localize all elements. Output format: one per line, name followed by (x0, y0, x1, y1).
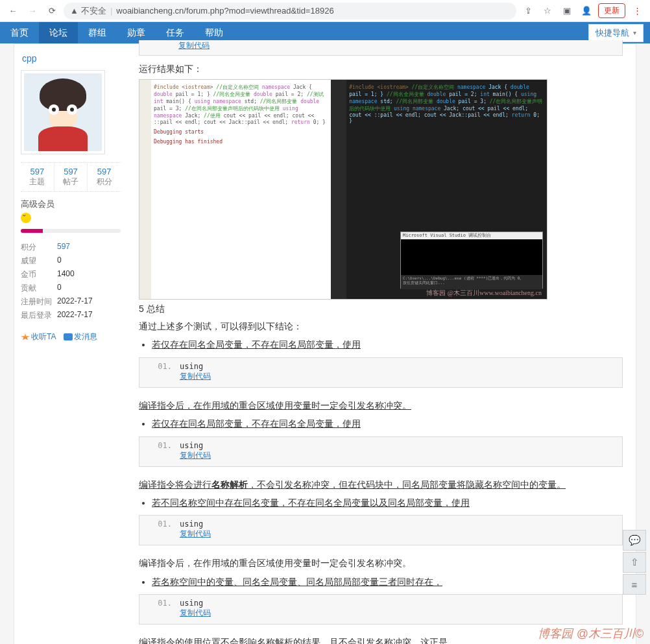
copy-code-link[interactable]: 复制代码 (180, 372, 211, 381)
insecure-label: 不安全 (81, 5, 106, 17)
code-block-2: 01. using 复制代码 (139, 436, 623, 467)
feedback-button[interactable]: 💬 (623, 530, 646, 551)
code-block-3: 01. using 复制代码 (139, 515, 623, 545)
copy-code-link[interactable]: 复制代码 (178, 41, 210, 50)
info-prestige: 0 (57, 256, 62, 267)
copy-code-link[interactable]: 复制代码 (180, 608, 211, 617)
update-button[interactable]: 更新 (598, 3, 625, 18)
bullet-3: 若不同名称空间中存在同名变量，不存在同名全局变量以及同名局部变量，使用 (152, 495, 623, 510)
floating-toolbar: 💬 ⇧ ≡ (623, 530, 646, 596)
post-body: 复制代码 运行结果如下： #include <iostream> //自定义名称… (127, 44, 636, 644)
debug-console: Microsoft Visual Studio 调试控制台 C:\Users\.… (400, 232, 543, 289)
info-contrib: 0 (57, 283, 62, 294)
follow-link[interactable]: 收听TA (21, 332, 56, 341)
panel-icon[interactable]: ▣ (559, 3, 575, 19)
browser-toolbar: ← → ⟳ ▲ 不安全 | woaibiancheng.cn/forum.php… (0, 0, 650, 22)
star-icon (21, 333, 30, 340)
forward-button[interactable]: → (25, 3, 40, 19)
console-title: Microsoft Visual Studio 调试控制台 (401, 232, 542, 239)
rank-progress (21, 229, 121, 233)
result-screenshot: #include <iostream> //自定义名称空间 namespace … (139, 79, 548, 300)
info-gold: 1400 (57, 269, 75, 280)
scroll-top-button[interactable]: ⇧ (623, 552, 646, 573)
nav-home[interactable]: 首页 (0, 22, 39, 43)
rank-icon (21, 213, 31, 223)
bookmark-icon[interactable]: ☆ (540, 3, 555, 19)
code-block-1: 01. using 复制代码 (139, 357, 623, 388)
bullet-4: 若名称空间中的变量、同名全局变量、同名局部局部变量三者同时存在， (152, 575, 623, 589)
insecure-warning: ▲ 不安全 (70, 5, 106, 17)
line-number: 01. (139, 358, 172, 387)
prev-code-tail: 复制代码 (139, 40, 623, 56)
stat-topics[interactable]: 597主题 (21, 163, 54, 191)
author-username[interactable]: cpp (21, 51, 121, 70)
page-watermark: 博客园 @木三百川© (538, 626, 644, 641)
bullet-2: 若仅存在同名局部变量，不存在同名全局变量，使用 (152, 416, 623, 431)
envelope-icon (64, 333, 73, 340)
profile-icon[interactable]: 👤 (579, 3, 594, 19)
reload-button[interactable]: ⟳ (44, 3, 60, 19)
para-3: 编译指令后，在作用域的重合区域使用变量时一定会引发名称冲突。 (139, 556, 623, 570)
menu-icon[interactable]: ⋮ (629, 3, 645, 19)
para-2: 编译指令将会进行名称解析，不会引发名称冲突，但在代码块中，同名局部变量将隐藏名称… (139, 477, 623, 492)
share-icon[interactable]: ⇪ (520, 3, 536, 19)
user-sidebar: cpp 597主题 597帖子 597积分 高级会员 积分597 威望0 金币1… (14, 44, 127, 644)
back-button[interactable]: ← (5, 3, 21, 19)
code-block-4: 01. using 复制代码 (139, 594, 623, 625)
image-watermark: 博客园 @木三百川www.woaibiancheng.cn (426, 289, 542, 298)
quick-nav-dropdown[interactable]: 快捷导航 (588, 24, 644, 42)
result-heading: 运行结果如下： (139, 64, 623, 75)
nav-forum[interactable]: 论坛 (39, 22, 78, 43)
url-text: woaibiancheng.cn/forum.php?mod=viewthrea… (116, 6, 333, 16)
avatar-container[interactable] (21, 70, 105, 154)
stat-points[interactable]: 597积分 (87, 163, 121, 191)
address-bar[interactable]: ▲ 不安全 | woaibiancheng.cn/forum.php?mod=v… (64, 3, 516, 19)
info-regdate: 2022-7-17 (57, 296, 93, 307)
bullet-1: 若仅存在同名全局变量，不存在同名局部变量，使用 (152, 337, 623, 352)
info-lastlogin: 2022-7-17 (57, 310, 93, 321)
summary-intro: 通过上述多个测试，可以得到以下结论： (139, 319, 623, 333)
nav-group[interactable]: 群组 (78, 22, 117, 43)
user-rank: 高级会员 (21, 198, 121, 210)
user-actions: 收听TA 发消息 (21, 331, 121, 342)
code-text: using (180, 362, 616, 371)
copy-code-link[interactable]: 复制代码 (180, 451, 211, 460)
avatar-image (24, 73, 102, 151)
message-link[interactable]: 发消息 (64, 332, 97, 341)
para-1: 编译指令后，在作用域的重合区域使用变量时一定会引发名称冲突。 (139, 398, 623, 412)
list-toggle-button[interactable]: ≡ (623, 574, 646, 595)
stat-posts[interactable]: 597帖子 (54, 163, 88, 191)
user-stats: 597主题 597帖子 597积分 (21, 162, 121, 192)
section-5-heading: 5 总结 (139, 304, 623, 315)
info-points[interactable]: 597 (57, 242, 70, 253)
copy-code-link[interactable]: 复制代码 (180, 529, 211, 538)
